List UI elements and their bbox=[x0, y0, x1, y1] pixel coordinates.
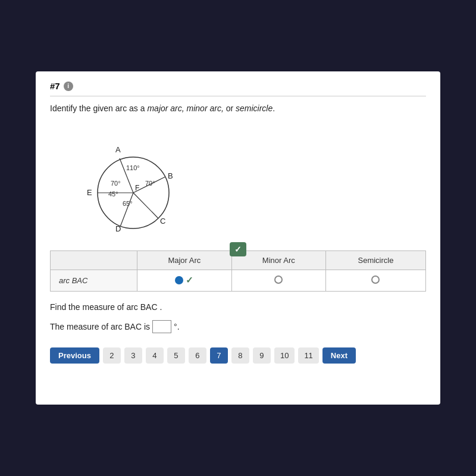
svg-text:C: C bbox=[160, 217, 165, 226]
answer-table: Major Arc Minor Arc Semicircle arc BAC ✓ bbox=[50, 250, 426, 292]
col-header-semicircle: Semicircle bbox=[325, 251, 425, 270]
svg-text:A: A bbox=[115, 145, 121, 154]
svg-text:110°: 110° bbox=[126, 164, 140, 171]
svg-text:E: E bbox=[87, 188, 92, 197]
measure-input[interactable] bbox=[152, 320, 171, 333]
nav-page-10[interactable]: 10 bbox=[274, 347, 295, 364]
question-text: Identify the given arc as a major arc, m… bbox=[50, 104, 426, 113]
semicircle-cell[interactable] bbox=[325, 270, 425, 292]
nav-page-8[interactable]: 8 bbox=[231, 347, 249, 364]
nav-page-4[interactable]: 4 bbox=[146, 347, 164, 364]
main-screen: #7 i Identify the given arc as a major a… bbox=[36, 71, 440, 405]
major-arc-selected: ✓ bbox=[175, 275, 193, 286]
circle-svg: A B C D E F 110° 70° 70° 45° 65° bbox=[56, 121, 175, 237]
svg-text:65°: 65° bbox=[123, 200, 133, 207]
svg-text:70°: 70° bbox=[111, 180, 121, 187]
row-label: arc BAC bbox=[51, 270, 137, 292]
nav-page-5[interactable]: 5 bbox=[167, 347, 185, 364]
minor-arc-cell[interactable] bbox=[231, 270, 325, 292]
major-arc-cell[interactable]: ✓ bbox=[137, 270, 231, 292]
radio-dot-semicircle[interactable] bbox=[371, 275, 380, 284]
navigation-bar: Previous 2 3 4 5 6 7 8 9 10 11 Next bbox=[50, 347, 426, 364]
nav-page-7[interactable]: 7 bbox=[210, 347, 228, 364]
diagram-area: A B C D E F 110° 70° 70° 45° 65° bbox=[50, 121, 426, 245]
svg-text:F: F bbox=[135, 184, 139, 192]
header: #7 i bbox=[50, 81, 426, 96]
nav-page-6[interactable]: 6 bbox=[189, 347, 206, 364]
col-header-empty bbox=[51, 251, 137, 270]
nav-page-9[interactable]: 9 bbox=[253, 347, 271, 364]
radio-dot-selected[interactable] bbox=[175, 276, 183, 284]
svg-text:45°: 45° bbox=[108, 190, 118, 198]
nav-page-2[interactable]: 2 bbox=[103, 347, 121, 364]
correct-checkmark: ✓ bbox=[186, 275, 193, 286]
svg-text:B: B bbox=[168, 171, 173, 180]
find-measure-text: Find the measure of arc BAC . bbox=[50, 302, 426, 312]
answer-table-wrapper: ✓ Major Arc Minor Arc Semicircle arc BAC… bbox=[50, 250, 426, 292]
check-badge: ✓ bbox=[230, 242, 246, 256]
info-icon[interactable]: i bbox=[64, 82, 73, 91]
measure-line: The measure of arc BAC is °. bbox=[50, 320, 426, 333]
nav-page-3[interactable]: 3 bbox=[124, 347, 142, 364]
previous-button[interactable]: Previous bbox=[50, 347, 99, 364]
svg-text:70°: 70° bbox=[145, 180, 155, 187]
radio-dot-minor[interactable] bbox=[274, 275, 283, 284]
question-number: #7 bbox=[50, 81, 60, 91]
next-button[interactable]: Next bbox=[322, 347, 356, 364]
nav-page-11[interactable]: 11 bbox=[298, 347, 318, 364]
circle-diagram: A B C D E F 110° 70° 70° 45° 65° bbox=[56, 121, 175, 240]
svg-text:D: D bbox=[115, 224, 121, 233]
col-header-major-arc: Major Arc bbox=[137, 251, 231, 270]
table-row: arc BAC ✓ bbox=[51, 270, 426, 292]
